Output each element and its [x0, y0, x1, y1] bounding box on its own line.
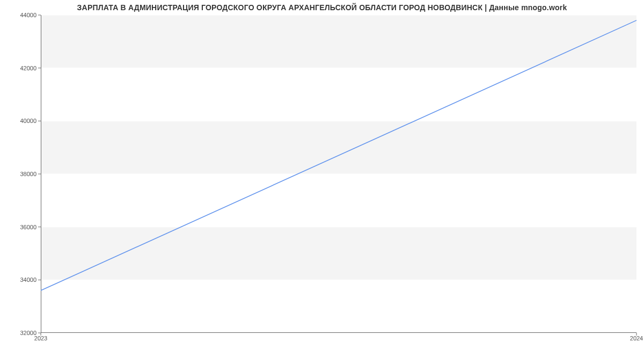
svg-rect-3 — [41, 174, 636, 227]
y-tick-label: 38000 — [4, 171, 36, 177]
y-tick-label: 44000 — [4, 12, 36, 18]
x-tick-label: 2023 — [34, 335, 47, 341]
chart-svg — [41, 15, 636, 333]
svg-rect-4 — [41, 227, 636, 280]
y-tick-label: 40000 — [4, 118, 36, 124]
svg-rect-1 — [41, 68, 636, 121]
chart-title: ЗАРПЛАТА В АДМИНИСТРАЦИЯ ГОРОДСКОГО ОКРУ… — [0, 3, 644, 12]
y-tick-label: 36000 — [4, 224, 36, 230]
y-tick-label: 42000 — [4, 65, 36, 71]
chart-container: ЗАРПЛАТА В АДМИНИСТРАЦИЯ ГОРОДСКОГО ОКРУ… — [0, 0, 644, 349]
svg-rect-2 — [41, 121, 636, 174]
svg-rect-5 — [41, 280, 636, 333]
svg-rect-0 — [41, 15, 636, 68]
y-tick-label: 32000 — [4, 330, 36, 336]
y-tick-label: 34000 — [4, 277, 36, 283]
x-tick-label: 2024 — [630, 335, 643, 341]
plot-area — [41, 15, 636, 333]
